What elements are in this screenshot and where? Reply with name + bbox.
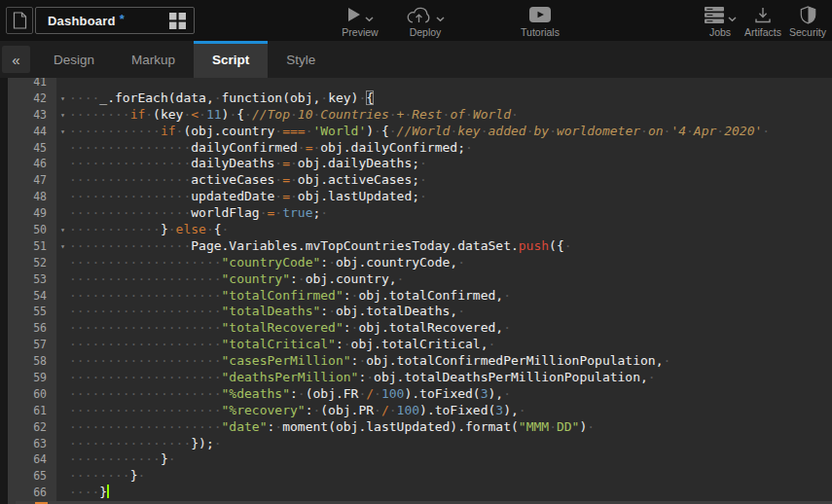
code-line[interactable]: 45················dailyConfirmed·=·obj.d… — [8, 140, 832, 157]
code-text[interactable]: ················updatedDate·=·obj.lastUp… — [69, 189, 832, 205]
code-line[interactable]: 54····················"totalConfirmed":·… — [8, 288, 832, 305]
fold-gutter — [56, 156, 69, 172]
code-line[interactable]: 49················worldFlag·=·true;· — [8, 205, 832, 222]
collapse-panel-button[interactable]: « — [2, 46, 30, 73]
code-line[interactable]: 53····················"country":·obj.cou… — [8, 271, 832, 288]
toolbar-deploy-button[interactable]: Deploy — [396, 4, 454, 38]
code-line[interactable]: 51▾················Page.Variables.mvTopC… — [8, 238, 832, 255]
fold-arrow-icon[interactable]: ▾ — [56, 90, 69, 107]
fold-arrow-icon[interactable]: ▾ — [56, 222, 69, 238]
code-line[interactable]: 42▾····_.forEach(data,·function(obj,·key… — [8, 90, 832, 107]
line-number: 41 — [8, 78, 56, 90]
line-number: 55 — [8, 304, 56, 320]
line-number: 61 — [8, 403, 56, 419]
shield-icon — [800, 6, 816, 24]
code-text[interactable]: ················activeCases·=·obj.active… — [69, 172, 832, 189]
chevron-down-icon[interactable] — [365, 17, 374, 22]
editor-tabs: DesignMarkupScriptStyle — [35, 41, 334, 78]
code-text[interactable]: ····················"casesPerMillion":·o… — [69, 353, 832, 370]
toolbar-label: Security — [789, 26, 826, 38]
code-line[interactable]: 58····················"casesPerMillion":… — [8, 353, 832, 370]
code-text[interactable]: ····················"country":·obj.count… — [69, 271, 832, 288]
fold-arrow-icon[interactable]: ▾ — [56, 238, 69, 255]
code-text[interactable]: ············}·else·{· — [69, 222, 832, 238]
code-text[interactable]: ················Page.Variables.mvTopCoun… — [69, 238, 832, 255]
code-line[interactable]: 44▾············if·(obj.country·===·'Worl… — [8, 124, 832, 140]
code-text[interactable]: ····} — [69, 485, 832, 501]
code-text[interactable]: ····················"%deaths":·(obj.FR·/… — [69, 386, 832, 403]
code-line[interactable]: 56····················"totalRecovered":·… — [8, 320, 832, 337]
code-line[interactable]: 66····} — [8, 485, 832, 501]
grid-icon[interactable] — [169, 13, 186, 29]
toolbar-label: Deploy — [410, 26, 442, 38]
script-editor[interactable]: 4142▾····_.forEach(data,·function(obj,·k… — [8, 78, 832, 504]
fold-gutter — [56, 320, 69, 337]
code-line[interactable]: 43▾········if·(key·<·11)·{·//Top·10·Coun… — [8, 107, 832, 124]
code-line[interactable]: 55····················"totalDeaths":·obj… — [8, 304, 832, 320]
play-icon — [347, 7, 361, 22]
code-text[interactable]: ················});· — [69, 436, 832, 452]
code-line[interactable]: 64············}· — [8, 451, 832, 468]
code-line[interactable]: 41 — [8, 78, 832, 90]
code-text[interactable]: ················dailyConfirmed·=·obj.dai… — [69, 140, 832, 157]
code-text[interactable]: ············if·(obj.country·===·'World')… — [69, 124, 832, 140]
toolbar-label: Preview — [342, 26, 378, 38]
line-number: 59 — [8, 370, 56, 386]
line-number: 46 — [8, 156, 56, 172]
code-text[interactable]: ····_.forEach(data,·function(obj,·key)·{ — [69, 90, 832, 107]
code-text[interactable]: ········if·(key·<·11)·{·//Top·10·Countri… — [69, 107, 832, 124]
line-number: 48 — [8, 189, 56, 205]
code-text[interactable]: ····················"%recovery":·(obj.PR… — [69, 403, 832, 419]
fold-gutter — [56, 78, 69, 90]
code-text[interactable]: ····················"date":·moment(obj.l… — [69, 419, 832, 436]
code-line[interactable]: 63················});· — [8, 436, 832, 452]
code-line[interactable]: 47················activeCases·=·obj.acti… — [8, 172, 832, 189]
code-line[interactable]: 52····················"countryCode":·obj… — [8, 255, 832, 271]
fold-arrow-icon[interactable]: ▾ — [56, 107, 69, 124]
tab-markup[interactable]: Markup — [113, 41, 194, 78]
code-line[interactable]: 57····················"totalCritical":·o… — [8, 337, 832, 353]
dashboard-page-tab[interactable]: Dashboard * — [35, 7, 195, 34]
server-icon — [705, 7, 724, 23]
code-line[interactable]: 61····················"%recovery":·(obj.… — [8, 403, 832, 419]
tab-script[interactable]: Script — [194, 41, 268, 78]
fold-gutter — [56, 140, 69, 157]
code-text[interactable]: ····················"totalRecovered":·ob… — [69, 320, 832, 337]
chevron-down-icon[interactable] — [436, 17, 445, 22]
fold-gutter — [56, 205, 69, 222]
code-line[interactable]: 65········}· — [8, 468, 832, 485]
download-icon — [754, 7, 772, 23]
code-text[interactable]: ····················"deathsPerMillion":·… — [69, 370, 832, 386]
code-text[interactable]: ····················"totalConfirmed":·ob… — [69, 288, 832, 305]
code-text[interactable]: ············}· — [69, 451, 832, 468]
code-line[interactable]: 59····················"deathsPerMillion"… — [8, 370, 832, 386]
page-title: Dashboard — [48, 14, 116, 28]
line-number: 58 — [8, 353, 56, 370]
line-number: 47 — [8, 172, 56, 189]
code-text[interactable]: ····················"totalCritical":·obj… — [69, 337, 832, 353]
file-icon — [13, 12, 27, 29]
tab-design[interactable]: Design — [35, 41, 113, 78]
code-text[interactable]: ················worldFlag·=·true;· — [69, 205, 832, 222]
code-line[interactable]: 50▾············}·else·{· — [8, 222, 832, 238]
toolbar-preview-button[interactable]: Preview — [332, 4, 388, 38]
tab-style[interactable]: Style — [268, 41, 334, 78]
new-file-button[interactable] — [6, 7, 33, 34]
line-number: 51 — [8, 238, 56, 255]
toolbar-security-button[interactable]: Security — [782, 4, 832, 38]
code-text[interactable]: ········}· — [69, 468, 832, 485]
code-line[interactable]: 60····················"%deaths":·(obj.FR… — [8, 386, 832, 403]
code-line[interactable]: 46················dailyDeaths·=·obj.dail… — [8, 156, 832, 172]
toolbar-tutorials-button[interactable]: Tutorials — [513, 4, 567, 38]
fold-gutter — [56, 353, 69, 370]
fold-arrow-icon[interactable]: ▾ — [56, 124, 69, 140]
code-text[interactable]: ····················"countryCode":·obj.c… — [69, 255, 832, 271]
code-text[interactable]: ····················"totalDeaths":·obj.t… — [69, 304, 832, 320]
fold-gutter — [56, 403, 69, 419]
code-text[interactable]: ················dailyDeaths·=·obj.dailyD… — [69, 156, 832, 172]
toolbar-label: Jobs — [709, 26, 731, 38]
line-number: 42 — [8, 90, 56, 107]
code-line[interactable]: 62····················"date":·moment(obj… — [8, 419, 832, 436]
code-text[interactable] — [69, 78, 832, 90]
code-line[interactable]: 48················updatedDate·=·obj.last… — [8, 189, 832, 205]
